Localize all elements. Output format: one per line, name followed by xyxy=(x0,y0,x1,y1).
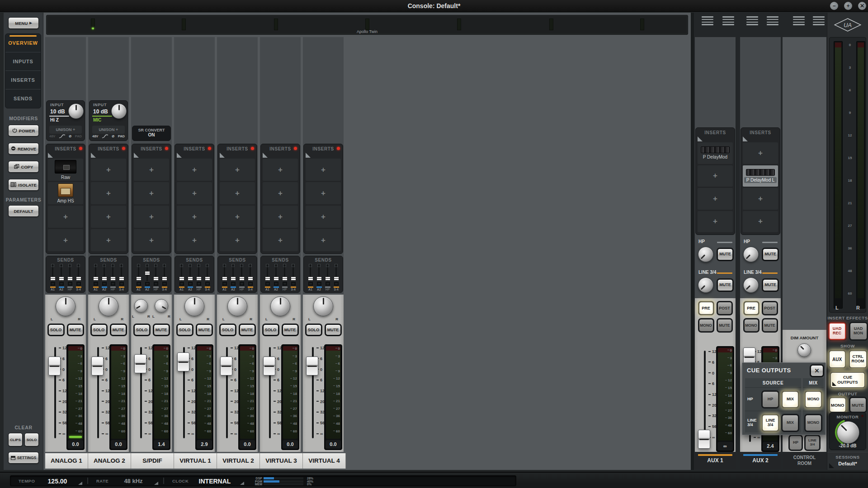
fader-handle[interactable] xyxy=(263,357,275,375)
send-hp[interactable]: HP xyxy=(110,264,116,291)
cue-source-mix-button[interactable]: MIX xyxy=(782,415,798,431)
inserts-corner-icon[interactable] xyxy=(263,153,268,158)
insert-slot[interactable]: + xyxy=(698,188,733,210)
send-a1[interactable]: A1 xyxy=(93,264,99,291)
inserts-corner-icon[interactable] xyxy=(306,153,311,158)
send-mute-button[interactable]: MUTE xyxy=(763,249,778,260)
send-handle[interactable] xyxy=(196,277,202,281)
input-mode-label[interactable]: MIC xyxy=(93,117,101,122)
default-button[interactable]: DEFAULT xyxy=(8,205,39,217)
send-a2[interactable]: A2 xyxy=(187,264,193,291)
insert-slot[interactable]: + xyxy=(134,229,169,251)
send-a2[interactable]: A2 xyxy=(144,264,151,291)
send-handle[interactable] xyxy=(67,277,73,281)
send-handle[interactable] xyxy=(334,277,339,281)
solo-button[interactable]: SOLO xyxy=(91,324,107,335)
cue-source-mix-button[interactable]: MIX xyxy=(782,391,798,408)
clock-value[interactable]: INTERNAL xyxy=(192,476,237,487)
send-3-4[interactable]: 3-4 xyxy=(204,264,211,291)
lowcut-filter-icon[interactable] xyxy=(102,132,108,141)
send-a1[interactable]: A1 xyxy=(136,264,142,291)
send-handle[interactable] xyxy=(93,277,99,281)
modifier-isolate-button[interactable]: ISOLATE xyxy=(8,179,39,191)
fader-handle[interactable] xyxy=(698,430,710,449)
sidebar-item-overview[interactable]: OVERVIEW xyxy=(5,34,41,52)
insert-slot[interactable]: + xyxy=(698,211,733,233)
send-hp[interactable]: HP xyxy=(67,264,73,291)
session-name[interactable]: Default* xyxy=(827,461,868,466)
pan-knob[interactable] xyxy=(184,296,204,316)
send-mute-button[interactable]: MUTE xyxy=(717,249,733,260)
input-option-ø[interactable]: Ø xyxy=(69,134,71,138)
send-level-knob[interactable] xyxy=(698,277,713,293)
insert-slot[interactable]: + xyxy=(177,182,212,204)
send-hp[interactable]: HP xyxy=(282,264,288,291)
channel-name[interactable]: VIRTUAL 1 xyxy=(174,453,217,469)
inserts-corner-icon[interactable] xyxy=(220,153,225,158)
send-a2[interactable]: A2 xyxy=(101,264,108,291)
insert-slot[interactable]: + xyxy=(306,159,341,181)
send-level-knob[interactable] xyxy=(743,247,759,262)
cue-mix-mono-button[interactable]: MONO xyxy=(805,391,821,408)
uad-mon-button[interactable]: UADMON xyxy=(850,323,867,340)
send-3-4[interactable]: 3-4 xyxy=(290,264,297,291)
insert-slot[interactable]: Raw xyxy=(48,159,83,181)
lowcut-filter-icon[interactable] xyxy=(59,132,66,141)
ctrl-line-button[interactable]: LINE3/4 xyxy=(805,436,820,450)
inserts-corner-icon[interactable] xyxy=(134,153,139,158)
solo-button[interactable]: SOLO xyxy=(306,324,321,335)
fader-handle[interactable] xyxy=(91,357,104,375)
fader-handle[interactable] xyxy=(177,352,189,371)
unison-button[interactable]: UNISON + xyxy=(49,126,82,134)
send-mute-button[interactable]: MUTE xyxy=(717,279,733,291)
insert-slot[interactable]: + xyxy=(743,188,778,210)
insert-slot[interactable]: + xyxy=(134,159,169,181)
send-handle[interactable] xyxy=(102,277,107,281)
output-mute-button[interactable]: MUTE xyxy=(850,398,866,412)
pan-knob-left[interactable] xyxy=(134,299,148,313)
input-option-48v[interactable]: 48V xyxy=(49,134,55,138)
menu-button[interactable]: MENU ▶ xyxy=(8,17,39,29)
cue-outputs-button[interactable]: CUEOUTPUTS xyxy=(830,372,865,388)
insert-slot[interactable]: Amp HS xyxy=(48,182,83,204)
rate-value[interactable]: 48 kHz xyxy=(115,476,151,487)
insert-slot[interactable]: + xyxy=(263,159,298,181)
sidebar-item-inputs[interactable]: INPUTS xyxy=(5,52,41,71)
pre-button[interactable]: PRE xyxy=(744,302,759,314)
send-handle[interactable] xyxy=(153,277,159,281)
insert-slot[interactable]: + xyxy=(743,211,778,233)
insert-slot[interactable]: + xyxy=(48,229,83,251)
monitor-knob[interactable] xyxy=(837,421,859,444)
modifier-copy-button[interactable]: COPY xyxy=(8,161,39,173)
pan-knob[interactable] xyxy=(270,296,290,316)
send-mute-button[interactable]: MUTE xyxy=(763,279,778,291)
tempo-value[interactable]: 125.00 xyxy=(39,476,75,487)
tempo-expand-icon[interactable] xyxy=(78,482,82,485)
insert-slot[interactable]: + xyxy=(91,159,126,181)
insert-slot[interactable]: + xyxy=(306,182,341,204)
send-handle[interactable] xyxy=(231,277,236,281)
insert-slot[interactable]: + xyxy=(220,182,255,204)
cue-source-line34-button[interactable]: LINE3/4 xyxy=(762,415,778,431)
send-3-4[interactable]: 3-4 xyxy=(333,264,340,291)
fader-track[interactable] xyxy=(704,351,706,442)
sr-convert-button[interactable]: SR CONVERTON xyxy=(132,126,171,141)
mute-button[interactable]: MUTE xyxy=(197,324,212,335)
solo-button[interactable]: SOLO xyxy=(220,324,236,335)
send-level-knob[interactable] xyxy=(743,277,759,293)
mute-button[interactable]: MUTE xyxy=(763,319,777,332)
insert-slot[interactable]: + xyxy=(698,165,733,187)
insert-slot[interactable]: + xyxy=(48,206,83,228)
inserts-corner-icon[interactable] xyxy=(91,153,96,158)
send-a1[interactable]: A1 xyxy=(307,264,314,291)
send-handle[interactable] xyxy=(145,271,150,275)
send-hp[interactable]: HP xyxy=(153,264,159,291)
insert-slot[interactable]: + xyxy=(306,206,341,228)
send-handle[interactable] xyxy=(188,277,193,281)
send-hp[interactable]: HP xyxy=(196,264,202,291)
input-option-pad[interactable]: PAD xyxy=(75,134,82,138)
insert-slot[interactable]: + xyxy=(177,206,212,228)
channel-name[interactable]: VIRTUAL 2 xyxy=(217,453,260,469)
send-3-4[interactable]: 3-4 xyxy=(118,264,125,291)
send-3-4[interactable]: 3-4 xyxy=(161,264,168,291)
